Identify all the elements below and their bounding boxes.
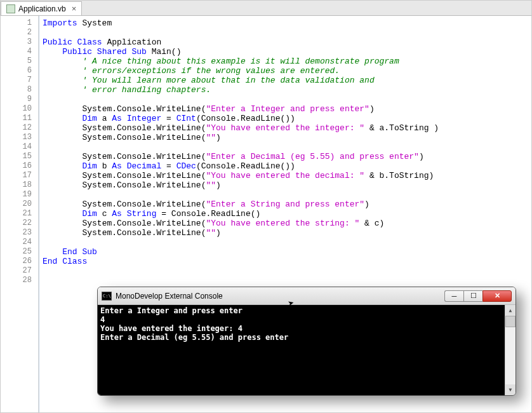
line-number: 27 [1,266,38,276]
console-title: MonoDevelop External Console [116,292,444,301]
maximize-button[interactable]: ☐ [463,290,482,302]
code-line: System.Console.WriteLine("") [43,228,531,238]
scroll-up-icon[interactable]: ▲ [505,305,515,316]
code-line: System.Console.WriteLine("You have enter… [43,219,531,228]
tab-filename: Application.vb [18,4,66,13]
tab-bar: Application.vb × [1,1,531,16]
code-line [43,266,531,276]
code-line: Public Shared Sub Main() [43,47,531,57]
code-line: System.Console.WriteLine("Enter a String… [43,200,531,209]
line-number: 3 [1,37,38,47]
code-line: Public Class Application [43,37,531,47]
line-number: 5 [1,57,38,66]
line-number-gutter: 1 2 3 4 5 6 7 8 9 10 11 12 13 14 15 16 1… [1,16,39,412]
scroll-down-icon[interactable]: ▼ [505,384,515,395]
line-number: 26 [1,257,38,266]
line-number: 11 [1,114,38,123]
code-line [43,95,531,104]
console-titlebar[interactable]: C:\ MonoDevelop External Console ─ ☐ ✕ [98,287,515,305]
line-number: 17 [1,171,38,180]
scrollbar[interactable]: ▲ ▼ [505,305,515,395]
console-output[interactable]: Enter a Integer and press enter 4 You ha… [98,305,515,395]
code-line: End Sub [43,247,531,257]
console-line: Enter a Integer and press enter [100,306,513,315]
code-line: System.Console.WriteLine("You have enter… [43,171,531,180]
line-number: 7 [1,76,38,85]
line-number: 20 [1,200,38,209]
console-line: You have entered the integer: 4 [100,324,513,333]
line-number: 10 [1,104,38,114]
code-line: End Class [43,257,531,266]
line-number: 28 [1,276,38,285]
line-number: 21 [1,209,38,219]
line-number: 15 [1,152,38,161]
code-line: ' A nice thing about this example is it … [43,57,531,66]
code-line: System.Console.WriteLine("Enter a Intege… [43,104,531,114]
code-line [43,190,531,200]
code-line: Dim b As Decimal = CDec(Console.ReadLine… [43,161,531,171]
line-number: 6 [1,66,38,76]
line-number: 16 [1,161,38,171]
console-window: C:\ MonoDevelop External Console ─ ☐ ✕ E… [97,287,516,396]
minimize-button[interactable]: ─ [444,290,463,302]
code-line: System.Console.WriteLine("Enter a Decima… [43,152,531,161]
console-line: 4 [100,315,513,324]
code-line: System.Console.WriteLine("You have enter… [43,123,531,133]
line-number: 8 [1,85,38,95]
line-number: 2 [1,28,38,37]
line-number: 14 [1,142,38,152]
code-line [43,28,531,37]
code-line: Dim c As String = Console.ReadLine() [43,209,531,219]
line-number: 22 [1,219,38,228]
code-line: ' error handling chapters. [43,85,531,95]
line-number: 9 [1,95,38,104]
code-line [43,142,531,152]
console-icon: C:\ [102,292,112,301]
close-button[interactable]: ✕ [482,290,512,302]
file-tab[interactable]: Application.vb × [1,1,82,15]
line-number: 12 [1,123,38,133]
code-line: ' errors/exceptions if the wrong values … [43,66,531,76]
line-number: 24 [1,238,38,247]
line-number: 4 [1,47,38,57]
scroll-thumb[interactable] [505,316,515,327]
line-number: 18 [1,180,38,190]
line-number: 19 [1,190,38,200]
code-line: System.Console.WriteLine("") [43,180,531,190]
code-line: ' You will learn more about that in the … [43,76,531,85]
window-controls: ─ ☐ ✕ [444,290,512,302]
line-number: 23 [1,228,38,238]
vb-file-icon [6,4,15,13]
line-number: 25 [1,247,38,257]
code-line: Imports System [43,18,531,28]
console-line: Enter a Decimal (eg 5.55) and press ente… [100,333,513,342]
line-number: 1 [1,18,38,28]
code-line [43,276,531,285]
code-line: System.Console.WriteLine("") [43,133,531,142]
close-icon[interactable]: × [72,4,77,13]
line-number: 13 [1,133,38,142]
code-line [43,238,531,247]
code-line: Dim a As Integer = CInt(Console.ReadLine… [43,114,531,123]
